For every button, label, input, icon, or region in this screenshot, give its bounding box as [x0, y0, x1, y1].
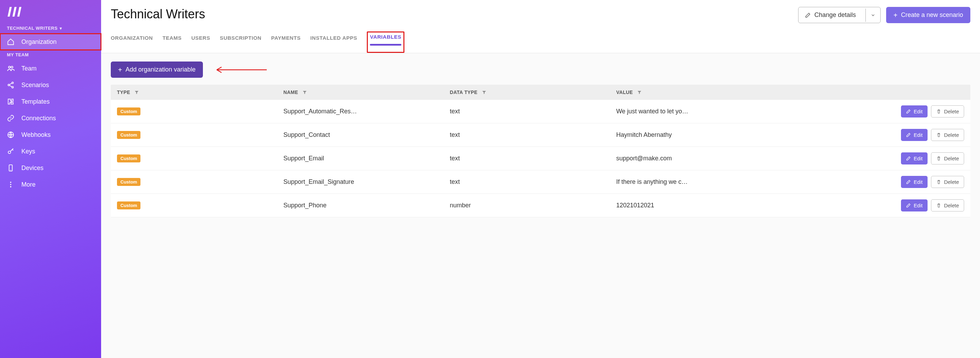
svg-point-8 — [10, 182, 11, 183]
org-switcher[interactable]: TECHNICAL WRITERS ▾ — [0, 24, 101, 34]
sidebar-item-devices[interactable]: Devices — [0, 160, 101, 176]
chevron-down-icon — [870, 13, 875, 18]
col-value[interactable]: VALUE — [616, 90, 828, 95]
svg-point-10 — [10, 186, 11, 188]
home-icon — [7, 38, 14, 46]
sidebar-item-templates[interactable]: Templates — [0, 93, 101, 110]
cell-datatype: text — [450, 131, 616, 139]
tab-variables[interactable]: VARIABLES — [370, 34, 401, 52]
delete-button[interactable]: Delete — [931, 129, 964, 141]
create-scenario-label: Create a new scenario — [901, 11, 963, 19]
tab-payments[interactable]: PAYMENTS — [271, 35, 301, 53]
edit-button[interactable]: Edit — [901, 105, 928, 117]
cell-name: Support_Email_Signature — [283, 178, 450, 185]
variables-table: TYPE NAME DATA TYPE VALUE — [111, 85, 970, 217]
change-details-button[interactable]: Change details — [798, 7, 881, 23]
filter-icon — [302, 90, 307, 95]
filter-icon — [637, 90, 642, 95]
edit-button[interactable]: Edit — [901, 176, 928, 188]
delete-label: Delete — [944, 203, 959, 208]
app-logo — [0, 4, 101, 24]
delete-label: Delete — [944, 179, 959, 185]
key-icon — [7, 147, 14, 155]
cell-value: support@make.com — [616, 155, 828, 162]
edit-label: Edit — [914, 109, 923, 114]
delete-button[interactable]: Delete — [931, 200, 964, 211]
edit-label: Edit — [914, 203, 923, 208]
main-area: Technical Writers Change details — [101, 0, 980, 358]
type-badge: Custom — [117, 131, 140, 139]
col-datatype[interactable]: DATA TYPE — [450, 90, 616, 95]
my-team-label: MY TEAM — [0, 50, 101, 60]
table-row: Custom Support_Phone number 12021012021 … — [111, 194, 970, 217]
add-organization-variable-button[interactable]: + Add organization variable — [111, 62, 203, 78]
cell-name: Support_Automatic_Res… — [283, 108, 450, 115]
annotation-arrow — [213, 65, 269, 75]
change-details-dropdown[interactable] — [865, 9, 880, 22]
delete-label: Delete — [944, 155, 959, 161]
plus-icon: + — [893, 12, 897, 19]
table-row: Custom Support_Email text support@make.c… — [111, 147, 970, 170]
tab-installed-apps[interactable]: INSTALLED APPS — [310, 35, 357, 53]
cell-datatype: text — [450, 155, 616, 162]
sidebar-item-scenarios[interactable]: Scenarios — [0, 77, 101, 93]
tab-users[interactable]: USERS — [191, 35, 210, 53]
delete-button[interactable]: Delete — [931, 152, 964, 165]
sidebar-item-label: Scenarios — [21, 82, 49, 89]
cell-name: Support_Phone — [283, 202, 450, 209]
cell-value: If there is anything we c… — [616, 178, 828, 185]
sidebar-item-label: Devices — [21, 165, 43, 172]
sidebar: TECHNICAL WRITERS ▾ Organization MY TEAM… — [0, 0, 101, 358]
link-icon — [7, 114, 14, 122]
cell-value: 12021012021 — [616, 202, 828, 209]
chevron-down-icon: ▾ — [60, 26, 62, 31]
cell-name: Support_Email — [283, 155, 450, 162]
sidebar-item-label: Keys — [21, 148, 35, 155]
type-badge: Custom — [117, 201, 140, 209]
delete-label: Delete — [944, 109, 959, 114]
edit-label: Edit — [914, 155, 923, 161]
org-switcher-label: TECHNICAL WRITERS — [7, 26, 57, 31]
sidebar-item-label: More — [21, 181, 35, 188]
edit-button[interactable]: Edit — [901, 200, 928, 211]
edit-label: Edit — [914, 179, 923, 185]
delete-button[interactable]: Delete — [931, 176, 964, 188]
type-badge: Custom — [117, 178, 140, 186]
sidebar-item-team[interactable]: Team — [0, 60, 101, 77]
sidebar-item-label: Connections — [21, 115, 56, 122]
table-row: Custom Support_Automatic_Res… text We ju… — [111, 100, 970, 123]
cell-datatype: text — [450, 108, 616, 115]
edit-icon — [805, 12, 811, 18]
sidebar-item-keys[interactable]: Keys — [0, 143, 101, 160]
delete-button[interactable]: Delete — [931, 105, 964, 117]
col-type[interactable]: TYPE — [117, 90, 283, 95]
sidebar-item-label: Templates — [21, 98, 50, 105]
plus-icon: + — [118, 66, 122, 73]
create-scenario-button[interactable]: + Create a new scenario — [886, 7, 970, 23]
cell-datatype: number — [450, 202, 616, 209]
cell-value: We just wanted to let yo… — [616, 108, 828, 115]
dots-icon — [7, 181, 14, 188]
puzzle-icon — [7, 98, 14, 105]
sidebar-item-webhooks[interactable]: Webhooks — [0, 126, 101, 143]
sidebar-item-organization[interactable]: Organization — [0, 34, 101, 50]
share-icon — [7, 81, 14, 89]
delete-label: Delete — [944, 132, 959, 138]
sidebar-item-connections[interactable]: Connections — [0, 110, 101, 126]
svg-point-9 — [10, 184, 11, 185]
sidebar-item-label: Organization — [21, 38, 57, 46]
svg-point-1 — [11, 66, 13, 69]
svg-point-6 — [8, 151, 11, 153]
sidebar-item-label: Webhooks — [21, 131, 51, 139]
sidebar-item-more[interactable]: More — [0, 176, 101, 193]
cell-value: Haymitch Abernathy — [616, 131, 828, 139]
cell-datatype: text — [450, 178, 616, 185]
edit-button[interactable]: Edit — [901, 152, 928, 165]
tab-organization[interactable]: ORGANIZATION — [111, 35, 153, 53]
tab-teams[interactable]: TEAMS — [162, 35, 182, 53]
col-name[interactable]: NAME — [283, 90, 450, 95]
edit-label: Edit — [914, 132, 923, 138]
svg-point-0 — [9, 66, 10, 69]
tab-subscription[interactable]: SUBSCRIPTION — [220, 35, 262, 53]
edit-button[interactable]: Edit — [901, 129, 928, 141]
